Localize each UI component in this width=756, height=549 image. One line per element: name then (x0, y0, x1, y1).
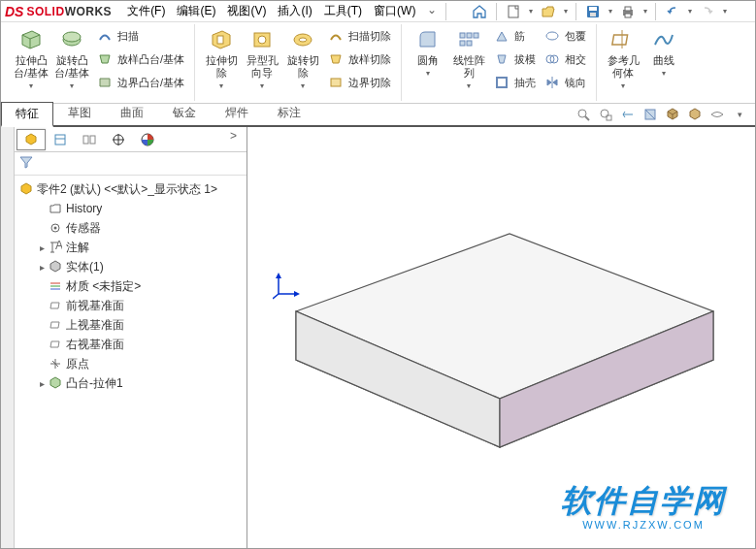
menu-view[interactable]: 视图(V) (221, 1, 272, 21)
tree-root[interactable]: 零件2 (默认) <<默认>_显示状态 1> (16, 179, 245, 199)
curves-button[interactable]: 曲线 ▾ (643, 24, 684, 81)
mirror-button[interactable]: 镜向 (540, 71, 590, 94)
tab-annotation[interactable]: 标注 (263, 101, 315, 125)
display-style-icon[interactable] (685, 105, 705, 124)
svg-rect-3 (590, 13, 596, 16)
side-strip[interactable] (1, 127, 15, 548)
menu-tools[interactable]: 工具(T) (318, 1, 368, 21)
print-dropdown[interactable]: ▾ (641, 7, 649, 16)
draft-icon (493, 50, 510, 68)
hole-wizard-button[interactable]: 异型孔 向导 ▾ (242, 24, 282, 93)
tab-weldment[interactable]: 焊件 (211, 101, 263, 125)
open-dropdown[interactable]: ▾ (562, 7, 570, 16)
prev-view-icon[interactable] (618, 105, 638, 124)
undo-button[interactable] (662, 2, 683, 21)
label: 曲线 (653, 54, 674, 67)
tree-front-plane[interactable]: 前视基准面 (34, 296, 245, 315)
filter-icon[interactable] (18, 154, 34, 173)
rib-button[interactable]: 筋 (489, 24, 540, 48)
extrude-boss-button[interactable]: 拉伸凸 台/基体 ▾ (11, 24, 51, 93)
revolve-boss-button[interactable]: 旋转凸 台/基体 ▾ (51, 24, 92, 93)
extrude-cut-icon (208, 26, 235, 53)
save-dropdown[interactable]: ▾ (607, 7, 614, 16)
sweep-cut-button[interactable]: 扫描切除 (323, 24, 395, 48)
home-button[interactable] (469, 2, 490, 21)
tree-history[interactable]: History (34, 199, 245, 218)
feature-tree: 零件2 (默认) <<默认>_显示状态 1> History 传感器 ▸A注解 … (15, 176, 247, 548)
boundary-cut-icon (327, 74, 345, 91)
redo-dropdown[interactable]: ▾ (721, 7, 729, 16)
twisty[interactable]: ▸ (36, 242, 48, 253)
sweep-button[interactable]: 扫描 (92, 24, 188, 48)
hide-show-icon[interactable] (707, 105, 727, 124)
tab-sketch[interactable]: 草图 (53, 101, 106, 125)
svg-point-41 (54, 227, 57, 230)
twisty[interactable]: ▸ (36, 378, 48, 389)
boundary-cut-button[interactable]: 边界切除 (323, 71, 395, 94)
fm-tab-property[interactable] (46, 129, 75, 150)
extrude-cut-button[interactable]: 拉伸切 除 ▾ (201, 24, 242, 93)
tree-origin[interactable]: 原点 (34, 354, 245, 373)
undo-dropdown[interactable]: ▾ (686, 7, 694, 16)
fm-tab-dimxpert[interactable] (104, 129, 133, 150)
mirror-icon (543, 74, 561, 91)
tab-surface[interactable]: 曲面 (106, 101, 158, 125)
open-button[interactable] (538, 2, 559, 21)
tree-sensors[interactable]: 传感器 (34, 218, 245, 238)
tree-material[interactable]: 材质 <未指定> (34, 276, 245, 296)
save-button[interactable] (582, 2, 604, 21)
fm-tab-config[interactable] (75, 129, 104, 150)
reference-geometry-button[interactable]: 参考几 何体 ▾ (603, 24, 643, 93)
separator (496, 3, 497, 20)
3d-viewport[interactable]: 软件自学网 WWW.RJZXW.COM (247, 127, 755, 548)
fm-expand-arrow[interactable]: > (222, 129, 245, 149)
zoom-area-icon[interactable] (596, 105, 615, 124)
svg-point-28 (601, 110, 608, 117)
label: 旋转切 除 (287, 54, 319, 80)
tree-label: 注解 (66, 240, 89, 256)
menu-window[interactable]: 窗口(W) (368, 1, 421, 21)
menu-file[interactable]: 文件(F) (121, 1, 171, 21)
svg-rect-19 (467, 41, 472, 46)
menu-edit[interactable]: 编辑(E) (171, 1, 221, 21)
tree-annotations[interactable]: ▸A注解 (34, 238, 245, 257)
wrap-icon (543, 27, 561, 45)
tab-features[interactable]: 特征 (1, 102, 53, 127)
intersect-icon (543, 50, 561, 68)
loft-cut-button[interactable]: 放样切除 (323, 48, 395, 71)
menu-insert[interactable]: 插入(I) (272, 1, 317, 21)
loft-button[interactable]: 放样凸台/基体 (92, 48, 188, 71)
tree-solid-bodies[interactable]: ▸实体(1) (34, 257, 245, 276)
menu-dropdown[interactable]: ⌄ (421, 1, 443, 21)
fillet-button[interactable]: 圆角 ▾ (408, 24, 448, 81)
intersect-button[interactable]: 相交 (540, 48, 590, 71)
svg-rect-20 (497, 78, 507, 87)
plane-icon (48, 317, 63, 333)
quick-access-toolbar: ▾ ▾ ▾ ▾ ▾ ▾ (469, 2, 729, 21)
new-dropdown[interactable]: ▾ (527, 7, 535, 16)
section-view-icon[interactable] (641, 105, 660, 124)
boundary-button[interactable]: 边界凸台/基体 (92, 71, 188, 94)
shell-button[interactable]: 抽壳 (489, 71, 540, 94)
logo-ds-icon: DS (5, 4, 23, 19)
revolve-cut-button[interactable]: 旋转切 除 ▾ (282, 24, 323, 93)
view-dropdown[interactable]: ▾ (730, 105, 749, 124)
new-button[interactable] (503, 2, 524, 21)
print-button[interactable] (617, 2, 639, 21)
material-icon (48, 278, 63, 294)
tab-sheetmetal[interactable]: 钣金 (158, 101, 211, 125)
zoom-fit-icon[interactable] (574, 105, 593, 124)
label: 扫描 (117, 29, 139, 44)
tree-top-plane[interactable]: 上视基准面 (34, 315, 245, 335)
linear-pattern-button[interactable]: 线性阵 列 ▾ (448, 24, 489, 93)
fm-tab-display[interactable] (133, 129, 162, 150)
redo-button[interactable] (697, 2, 718, 21)
tree-extrude-feature[interactable]: ▸凸台-拉伸1 (34, 373, 245, 393)
tree-right-plane[interactable]: 右视基准面 (34, 335, 245, 354)
tree-label: 前视基准面 (66, 298, 124, 314)
draft-button[interactable]: 拔模 (489, 48, 540, 71)
wrap-button[interactable]: 包覆 (540, 24, 590, 48)
view-orientation-icon[interactable] (663, 105, 682, 124)
fm-tab-tree[interactable] (16, 129, 46, 150)
twisty[interactable]: ▸ (36, 262, 48, 273)
